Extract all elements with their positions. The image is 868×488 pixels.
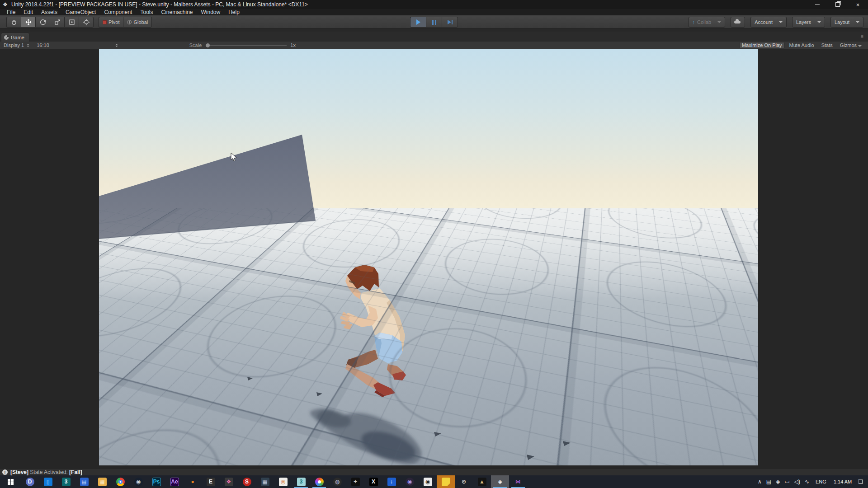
global-button[interactable]: Global [123, 17, 152, 28]
unity-editor-icon[interactable]: ◈ [491, 475, 509, 488]
collab-button[interactable]: ↑ Collab [689, 17, 726, 28]
krita-icon[interactable]: ❖ [220, 475, 238, 488]
menu-help[interactable]: Help [224, 9, 244, 15]
hand-tool-button[interactable] [6, 17, 21, 28]
taskbar-apps: D ▯ 3 ▤ ▦ [21, 475, 527, 488]
tray-battery-icon[interactable]: ▭ [782, 475, 792, 488]
game-render-area[interactable] [99, 49, 758, 465]
file-explorer-icon[interactable]: ▦ [93, 475, 111, 488]
sticky-notes-icon[interactable] [437, 475, 455, 488]
stats-toggle[interactable]: Stats [819, 42, 835, 48]
chrome-icon[interactable] [111, 475, 129, 488]
status-subject: [Steve] [10, 469, 28, 475]
epic-games-icon[interactable]: E [202, 475, 220, 488]
voice-recorder-icon[interactable]: ⊙ [455, 475, 473, 488]
menu-gameobject[interactable]: GameObject [61, 9, 100, 15]
scale-tool-button[interactable] [50, 17, 64, 28]
x-app-icon[interactable]: X [364, 475, 382, 488]
download-manager-icon[interactable]: ↓ [382, 475, 401, 488]
console-status-bar[interactable]: ! [Steve] State Activated: [Fall] [0, 468, 868, 475]
color-wheel-icon[interactable] [310, 475, 328, 488]
windows-logo-icon [8, 479, 14, 485]
blender-icon[interactable]: ● [184, 475, 202, 488]
game-view-icon [4, 35, 9, 40]
discord-icon[interactable]: D [21, 475, 39, 488]
transform-tool-button[interactable] [79, 17, 94, 28]
substance-icon[interactable]: S [238, 475, 256, 488]
bittorrent-icon[interactable]: ◉ [401, 475, 419, 488]
cloud-icon [734, 21, 741, 23]
scene-overlay [99, 49, 758, 465]
display-dropdown[interactable]: Display 1 [0, 42, 33, 49]
system-tray: ∧ ▤ ◈ ▭ ◁) ∿ ENG 1:14 AM ❏ [755, 475, 868, 488]
chevron-down-icon [858, 45, 862, 47]
gog-galaxy-icon[interactable]: ◉ [419, 475, 437, 488]
mute-audio-toggle[interactable]: Mute Audio [787, 42, 817, 48]
mouse-cursor [231, 152, 239, 162]
pivot-button[interactable]: Pivot [99, 17, 123, 28]
menu-component[interactable]: Component [100, 9, 136, 15]
account-dropdown[interactable]: Account [750, 17, 787, 28]
play-button[interactable] [410, 17, 426, 28]
cloud-services-button[interactable] [731, 17, 745, 28]
minimize-button[interactable] [807, 0, 827, 9]
menu-cinemachine[interactable]: Cinemachine [157, 9, 197, 15]
restore-button[interactable] [827, 0, 848, 9]
visual-studio-icon[interactable]: ⋈ [509, 475, 527, 488]
3ds-max-icon[interactable]: 3 [57, 475, 75, 488]
menu-tools[interactable]: Tools [136, 9, 157, 15]
tab-game[interactable]: Game [1, 33, 29, 42]
obs-studio-icon[interactable]: ◍ [328, 475, 346, 488]
clock[interactable]: 1:14 AM [830, 479, 855, 484]
tray-network-icon[interactable]: ∿ [802, 475, 811, 488]
gizmos-dropdown[interactable]: Gizmos [837, 42, 864, 48]
document-search-icon[interactable]: ◎ [274, 475, 292, 488]
layout-dropdown[interactable]: Layout [830, 17, 863, 28]
tray-unity-icon[interactable]: ◈ [774, 475, 782, 488]
scale-icon [54, 19, 61, 26]
tray-floppy-icon[interactable]: ▤ [764, 475, 774, 488]
collab-up-icon: ↑ [693, 19, 695, 25]
panel-menu-icon[interactable]: ≡ [861, 34, 864, 39]
after-effects-icon[interactable]: Ae [165, 475, 184, 488]
title-bar: ❖ Unity 2018.4.22f1 - [PREVIEW PACKAGES … [0, 0, 868, 9]
windows-taskbar: D ▯ 3 ▤ ▦ [0, 475, 868, 488]
menu-edit[interactable]: Edit [19, 9, 37, 15]
tray-chevron-icon[interactable]: ∧ [755, 475, 764, 488]
start-button[interactable] [0, 475, 21, 488]
scale-value: 1x [290, 42, 296, 48]
scale-slider[interactable] [205, 43, 287, 47]
rocket-launcher-icon[interactable]: ▲ [473, 475, 491, 488]
character-steve [335, 264, 411, 397]
status-state: [Fall] [69, 469, 82, 475]
tray-volume-icon[interactable]: ◁) [792, 475, 802, 488]
maximize-on-play-toggle[interactable]: Maximize On Play [739, 42, 785, 48]
language-indicator[interactable]: ENG [812, 479, 830, 484]
unity-logo-icon: ❖ [3, 2, 9, 8]
action-center-icon[interactable]: ❏ [856, 475, 865, 488]
close-button[interactable]: × [848, 0, 868, 9]
rotate-tool-button[interactable] [35, 17, 50, 28]
menu-window[interactable]: Window [197, 9, 225, 15]
step-button[interactable] [442, 17, 458, 28]
pause-button[interactable] [426, 17, 442, 28]
aspect-ratio-dropdown[interactable]: 16:10 [33, 42, 122, 49]
menu-file[interactable]: File [3, 9, 19, 15]
window-title: Unity 2018.4.22f1 - [PREVIEW PACKAGES IN… [11, 1, 308, 8]
shuriken-icon[interactable]: ✦ [346, 475, 364, 488]
chevron-down-icon [717, 21, 721, 23]
steam-icon[interactable]: ◉ [129, 475, 147, 488]
layers-dropdown[interactable]: Layers [792, 17, 825, 28]
menu-assets[interactable]: Assets [37, 9, 61, 15]
play-icon [416, 19, 420, 25]
move-tool-button[interactable] [21, 17, 35, 28]
floppy-disk-icon[interactable]: ▤ [75, 475, 93, 488]
photoshop-icon[interactable]: Ps [147, 475, 165, 488]
3ds-max-running-icon[interactable]: 3 [292, 475, 310, 488]
slider-knob[interactable] [205, 43, 210, 48]
calculator-icon[interactable]: ▦ [256, 475, 274, 488]
your-phone-icon[interactable]: ▯ [39, 475, 57, 488]
chevron-down-icon [856, 21, 859, 23]
rect-tool-button[interactable] [64, 17, 79, 28]
rect-icon [68, 19, 75, 26]
